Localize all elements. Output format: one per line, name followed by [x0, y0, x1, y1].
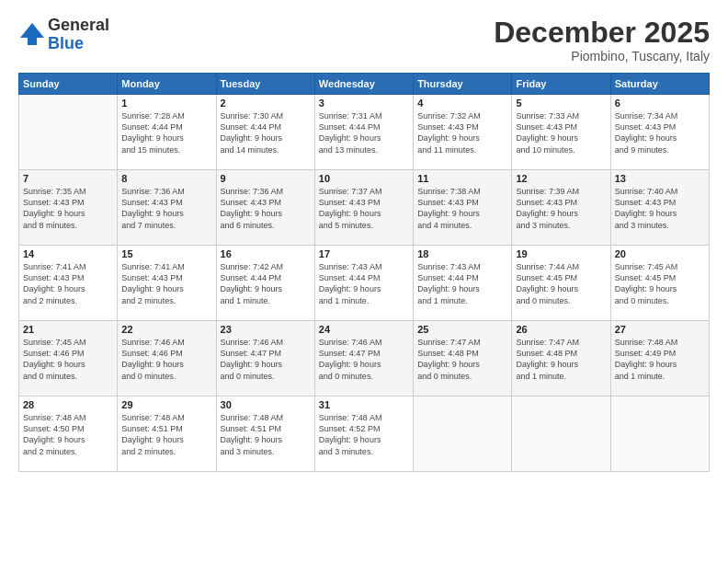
day-info: Sunrise: 7:46 AM Sunset: 4:47 PM Dayligh…	[221, 337, 311, 382]
calendar-cell: 28Sunrise: 7:48 AM Sunset: 4:50 PM Dayli…	[19, 396, 118, 472]
day-info: Sunrise: 7:37 AM Sunset: 4:43 PM Dayligh…	[319, 186, 409, 231]
day-number: 17	[319, 248, 409, 259]
day-number: 4	[417, 98, 507, 109]
calendar-cell: 24Sunrise: 7:46 AM Sunset: 4:47 PM Dayli…	[314, 321, 413, 396]
day-info: Sunrise: 7:46 AM Sunset: 4:46 PM Dayligh…	[121, 337, 211, 382]
day-info: Sunrise: 7:43 AM Sunset: 4:44 PM Dayligh…	[319, 261, 409, 306]
day-number: 7	[23, 173, 113, 184]
calendar-header-thursday: Thursday	[414, 74, 512, 95]
day-number: 9	[221, 173, 311, 184]
calendar-cell: 29Sunrise: 7:48 AM Sunset: 4:51 PM Dayli…	[118, 396, 216, 472]
day-number: 2	[221, 98, 311, 109]
day-info: Sunrise: 7:44 AM Sunset: 4:45 PM Dayligh…	[516, 261, 606, 306]
svg-rect-1	[28, 38, 37, 45]
day-number: 3	[319, 98, 409, 109]
calendar-header-saturday: Saturday	[610, 74, 709, 95]
day-number: 27	[615, 324, 705, 335]
day-info: Sunrise: 7:30 AM Sunset: 4:44 PM Dayligh…	[221, 110, 311, 155]
calendar-cell: 2Sunrise: 7:30 AM Sunset: 4:44 PM Daylig…	[216, 95, 314, 170]
day-info: Sunrise: 7:28 AM Sunset: 4:44 PM Dayligh…	[121, 110, 211, 155]
calendar-week-row: 21Sunrise: 7:45 AM Sunset: 4:46 PM Dayli…	[19, 321, 710, 396]
calendar-header-wednesday: Wednesday	[314, 74, 413, 95]
calendar-cell: 22Sunrise: 7:46 AM Sunset: 4:46 PM Dayli…	[118, 321, 216, 396]
calendar-cell: 12Sunrise: 7:39 AM Sunset: 4:43 PM Dayli…	[512, 170, 610, 246]
day-info: Sunrise: 7:42 AM Sunset: 4:44 PM Dayligh…	[221, 261, 311, 306]
title-section: December 2025 Piombino, Tuscany, Italy	[494, 17, 710, 63]
calendar-header-friday: Friday	[512, 74, 610, 95]
logo-text: General Blue	[48, 17, 109, 53]
day-info: Sunrise: 7:48 AM Sunset: 4:49 PM Dayligh…	[615, 337, 705, 382]
day-number: 20	[615, 248, 705, 259]
day-number: 10	[319, 173, 409, 184]
day-number: 5	[516, 98, 606, 109]
day-info: Sunrise: 7:46 AM Sunset: 4:47 PM Dayligh…	[319, 337, 409, 382]
day-info: Sunrise: 7:36 AM Sunset: 4:43 PM Dayligh…	[121, 186, 211, 231]
calendar-cell: 11Sunrise: 7:38 AM Sunset: 4:43 PM Dayli…	[414, 170, 512, 246]
logo-icon	[18, 21, 46, 49]
calendar-cell: 26Sunrise: 7:47 AM Sunset: 4:48 PM Dayli…	[512, 321, 610, 396]
day-info: Sunrise: 7:33 AM Sunset: 4:43 PM Dayligh…	[516, 110, 606, 155]
calendar-cell: 9Sunrise: 7:36 AM Sunset: 4:43 PM Daylig…	[216, 170, 314, 246]
day-number: 8	[121, 173, 211, 184]
logo-blue: Blue	[48, 35, 109, 53]
day-number: 24	[319, 324, 409, 335]
calendar-header-monday: Monday	[118, 74, 216, 95]
calendar-table: SundayMondayTuesdayWednesdayThursdayFrid…	[18, 73, 710, 472]
day-number: 26	[516, 324, 606, 335]
svg-marker-0	[20, 23, 44, 38]
calendar-cell: 27Sunrise: 7:48 AM Sunset: 4:49 PM Dayli…	[610, 321, 709, 396]
day-info: Sunrise: 7:48 AM Sunset: 4:51 PM Dayligh…	[221, 412, 311, 457]
calendar-cell: 6Sunrise: 7:34 AM Sunset: 4:43 PM Daylig…	[610, 95, 709, 170]
calendar-cell: 23Sunrise: 7:46 AM Sunset: 4:47 PM Dayli…	[216, 321, 314, 396]
location-subtitle: Piombino, Tuscany, Italy	[494, 49, 710, 63]
day-info: Sunrise: 7:45 AM Sunset: 4:45 PM Dayligh…	[615, 261, 705, 306]
calendar-header-tuesday: Tuesday	[216, 74, 314, 95]
day-number: 19	[516, 248, 606, 259]
day-info: Sunrise: 7:48 AM Sunset: 4:52 PM Dayligh…	[319, 412, 409, 457]
calendar-cell: 3Sunrise: 7:31 AM Sunset: 4:44 PM Daylig…	[314, 95, 413, 170]
calendar-cell: 31Sunrise: 7:48 AM Sunset: 4:52 PM Dayli…	[314, 396, 413, 472]
calendar-cell: 8Sunrise: 7:36 AM Sunset: 4:43 PM Daylig…	[118, 170, 216, 246]
logo: General Blue	[18, 17, 109, 53]
calendar-cell	[610, 396, 709, 472]
calendar-cell: 1Sunrise: 7:28 AM Sunset: 4:44 PM Daylig…	[118, 95, 216, 170]
day-number: 12	[516, 173, 606, 184]
day-number: 30	[221, 399, 311, 410]
day-info: Sunrise: 7:47 AM Sunset: 4:48 PM Dayligh…	[516, 337, 606, 382]
day-number: 14	[23, 248, 113, 259]
calendar-header-row: SundayMondayTuesdayWednesdayThursdayFrid…	[19, 74, 710, 95]
calendar-cell: 16Sunrise: 7:42 AM Sunset: 4:44 PM Dayli…	[216, 246, 314, 321]
day-number: 6	[615, 98, 705, 109]
logo-general: General	[48, 17, 109, 35]
calendar-cell: 7Sunrise: 7:35 AM Sunset: 4:43 PM Daylig…	[19, 170, 118, 246]
calendar-cell: 30Sunrise: 7:48 AM Sunset: 4:51 PM Dayli…	[216, 396, 314, 472]
day-info: Sunrise: 7:34 AM Sunset: 4:43 PM Dayligh…	[615, 110, 705, 155]
day-number: 28	[23, 399, 113, 410]
day-info: Sunrise: 7:35 AM Sunset: 4:43 PM Dayligh…	[23, 186, 113, 231]
calendar-cell	[414, 396, 512, 472]
calendar-cell: 14Sunrise: 7:41 AM Sunset: 4:43 PM Dayli…	[19, 246, 118, 321]
day-number: 18	[417, 248, 507, 259]
calendar-week-row: 1Sunrise: 7:28 AM Sunset: 4:44 PM Daylig…	[19, 95, 710, 170]
calendar-header-sunday: Sunday	[19, 74, 118, 95]
calendar-week-row: 7Sunrise: 7:35 AM Sunset: 4:43 PM Daylig…	[19, 170, 710, 246]
calendar-cell: 10Sunrise: 7:37 AM Sunset: 4:43 PM Dayli…	[314, 170, 413, 246]
calendar-cell: 17Sunrise: 7:43 AM Sunset: 4:44 PM Dayli…	[314, 246, 413, 321]
day-number: 23	[221, 324, 311, 335]
calendar-week-row: 14Sunrise: 7:41 AM Sunset: 4:43 PM Dayli…	[19, 246, 710, 321]
day-info: Sunrise: 7:41 AM Sunset: 4:43 PM Dayligh…	[121, 261, 211, 306]
day-info: Sunrise: 7:45 AM Sunset: 4:46 PM Dayligh…	[23, 337, 113, 382]
day-number: 22	[121, 324, 211, 335]
day-number: 13	[615, 173, 705, 184]
day-info: Sunrise: 7:38 AM Sunset: 4:43 PM Dayligh…	[417, 186, 507, 231]
day-info: Sunrise: 7:47 AM Sunset: 4:48 PM Dayligh…	[417, 337, 507, 382]
day-info: Sunrise: 7:41 AM Sunset: 4:43 PM Dayligh…	[23, 261, 113, 306]
calendar-cell: 25Sunrise: 7:47 AM Sunset: 4:48 PM Dayli…	[414, 321, 512, 396]
day-number: 25	[417, 324, 507, 335]
day-number: 1	[121, 98, 211, 109]
day-info: Sunrise: 7:31 AM Sunset: 4:44 PM Dayligh…	[319, 110, 409, 155]
page: General Blue December 2025 Piombino, Tus…	[0, 0, 728, 563]
day-number: 11	[417, 173, 507, 184]
day-info: Sunrise: 7:36 AM Sunset: 4:43 PM Dayligh…	[221, 186, 311, 231]
day-info: Sunrise: 7:48 AM Sunset: 4:50 PM Dayligh…	[23, 412, 113, 457]
